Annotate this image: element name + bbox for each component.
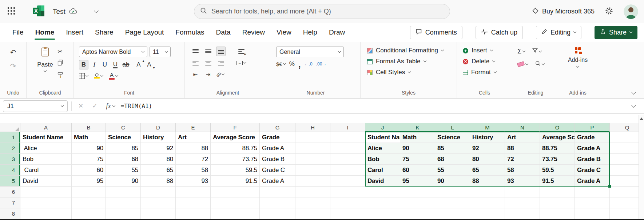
top-align-button[interactable]: [191, 47, 200, 56]
percent-style-button[interactable]: %: [289, 60, 295, 68]
cell-F2[interactable]: 88.75: [211, 143, 260, 154]
cell-B5[interactable]: 95: [72, 176, 106, 187]
accounting-format-button[interactable]: $€: [276, 61, 286, 67]
cell-C2[interactable]: 85: [106, 143, 141, 154]
cell-G8[interactable]: [260, 208, 295, 219]
conditional-formatting-button[interactable]: Conditional Formatting: [367, 47, 457, 54]
align-right-button[interactable]: [216, 58, 226, 68]
font-color-button[interactable]: A: [109, 72, 118, 80]
cell-P8[interactable]: [575, 208, 610, 219]
cell-D1[interactable]: History: [141, 132, 176, 143]
cell-P3[interactable]: Grade B: [575, 154, 610, 165]
column-header-C[interactable]: C: [106, 123, 141, 132]
cell-J5[interactable]: David: [365, 176, 400, 187]
cell-J7[interactable]: [365, 197, 400, 208]
app-launcher-icon[interactable]: [5, 5, 17, 19]
row-header-8[interactable]: 8: [0, 208, 20, 219]
cell-H6[interactable]: [295, 187, 330, 197]
decrease-decimal-button[interactable]: .00→: [316, 61, 327, 67]
cell-O7[interactable]: [540, 197, 575, 208]
cell-K6[interactable]: [400, 187, 435, 197]
cell-B7[interactable]: [72, 197, 106, 208]
cell-B1[interactable]: Math: [72, 132, 106, 143]
row-header-6[interactable]: 6: [0, 187, 20, 197]
wrap-text-button[interactable]: ↵: [236, 47, 246, 56]
buy-microsoft-365-button[interactable]: Buy Microsoft 365: [532, 7, 595, 16]
cell-A4[interactable]: Carol: [20, 165, 72, 176]
cell-I1[interactable]: [330, 132, 365, 143]
cell-P5[interactable]: Grade A: [575, 176, 610, 187]
format-painter-icon[interactable]: [57, 72, 63, 80]
cell-G4[interactable]: Grade C: [260, 165, 295, 176]
undo-icon[interactable]: ↶: [10, 48, 16, 57]
cell-N6[interactable]: [505, 187, 540, 197]
cell-K5[interactable]: 95: [400, 176, 435, 187]
tab-help[interactable]: Help: [297, 23, 323, 42]
cell-styles-button[interactable]: Cell Styles: [367, 69, 457, 76]
increase-indent-button[interactable]: ⇥: [203, 70, 213, 79]
number-format-combobox[interactable]: General: [276, 47, 344, 57]
find-select-button[interactable]: [535, 60, 544, 68]
cell-J3[interactable]: Bob: [365, 154, 400, 165]
cell-L4[interactable]: 55: [435, 165, 470, 176]
cell-J1[interactable]: Student Name: [365, 132, 400, 143]
column-header-O[interactable]: O: [540, 123, 575, 132]
cell-B8[interactable]: [72, 208, 106, 219]
cell-M4[interactable]: 65: [470, 165, 505, 176]
row-header-2[interactable]: 2: [0, 143, 20, 154]
tab-home[interactable]: Home: [29, 23, 60, 42]
cell-J2[interactable]: Alice: [365, 143, 400, 154]
expand-formula-bar-icon[interactable]: [631, 103, 636, 108]
user-avatar[interactable]: [624, 4, 638, 19]
add-ins-button[interactable]: Add-ins: [568, 57, 588, 63]
cell-E6[interactable]: [176, 187, 211, 197]
cell-C4[interactable]: 55: [106, 165, 141, 176]
tab-insert[interactable]: Insert: [60, 23, 89, 42]
column-header-K[interactable]: K: [400, 123, 435, 132]
cell-O3[interactable]: 73.75: [540, 154, 575, 165]
cell-E2[interactable]: 88: [176, 143, 211, 154]
cell-E8[interactable]: [176, 208, 211, 219]
cell-B4[interactable]: 60: [72, 165, 106, 176]
cell-G3[interactable]: Grade B: [260, 154, 295, 165]
tab-view[interactable]: View: [271, 23, 297, 42]
cell-O5[interactable]: 91.5: [540, 176, 575, 187]
cell-H5[interactable]: [295, 176, 330, 187]
cell-M8[interactable]: [470, 208, 505, 219]
cell-D3[interactable]: 80: [141, 154, 176, 165]
column-header-N[interactable]: N: [505, 123, 540, 132]
cell-O1[interactable]: Average Score: [540, 132, 575, 143]
align-left-button[interactable]: [191, 58, 200, 68]
cell-F7[interactable]: [211, 197, 260, 208]
cell-P2[interactable]: Grade A: [575, 143, 610, 154]
column-header-H[interactable]: H: [295, 123, 330, 132]
tab-page-layout[interactable]: Page Layout: [119, 23, 170, 42]
cell-O8[interactable]: [540, 208, 575, 219]
share-button[interactable]: Share: [595, 26, 637, 39]
cell-K2[interactable]: 90: [400, 143, 435, 154]
align-center-button[interactable]: [203, 58, 213, 68]
cell-A6[interactable]: [20, 187, 72, 197]
cell-L5[interactable]: 90: [435, 176, 470, 187]
cell-M2[interactable]: 92: [470, 143, 505, 154]
cell-D7[interactable]: [141, 197, 176, 208]
format-as-table-button[interactable]: Format As Table: [367, 58, 457, 65]
column-header-A[interactable]: A: [20, 123, 72, 132]
formula-input[interactable]: =TRIM(A1): [121, 103, 152, 109]
cell-D5[interactable]: 88: [141, 176, 176, 187]
column-header-L[interactable]: L: [435, 123, 470, 132]
cell-D4[interactable]: 65: [141, 165, 176, 176]
cell-B3[interactable]: 75: [72, 154, 106, 165]
insert-function-button[interactable]: fx: [106, 102, 115, 110]
cell-I7[interactable]: [330, 197, 365, 208]
borders-button[interactable]: [79, 73, 88, 79]
cell-H8[interactable]: [295, 208, 330, 219]
cell-L7[interactable]: [435, 197, 470, 208]
cell-N4[interactable]: 58: [505, 165, 540, 176]
cell-E3[interactable]: 72: [176, 154, 211, 165]
increase-decimal-button[interactable]: ←.0: [305, 61, 313, 67]
scroll-up-arrow-icon[interactable]: [640, 117, 643, 120]
cell-O2[interactable]: 88.75: [540, 143, 575, 154]
cell-N7[interactable]: [505, 197, 540, 208]
cell-I3[interactable]: [330, 154, 365, 165]
